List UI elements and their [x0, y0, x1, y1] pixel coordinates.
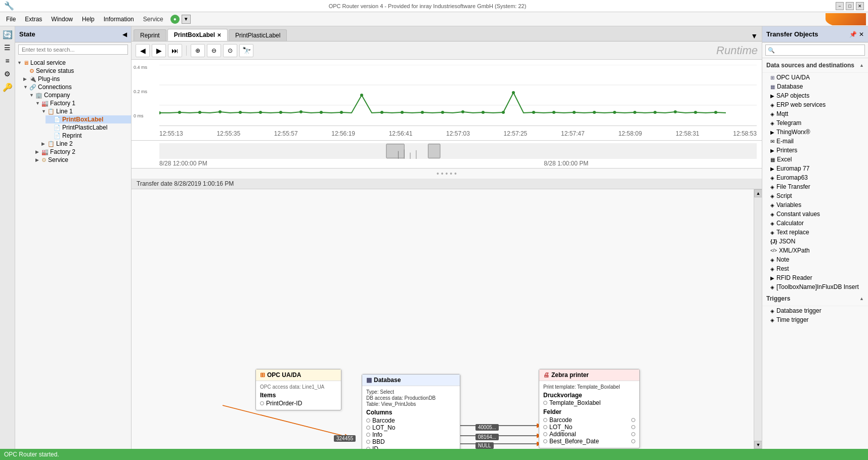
menu-window[interactable]: Window [47, 14, 77, 24]
tool-key[interactable]: 🔑 [2, 81, 14, 93]
diagram-area[interactable]: ⊞ OPC UA/DA OPC access data: Line1_UA It… [132, 189, 754, 449]
tree-service-status[interactable]: ⚙ Service status [21, 67, 131, 75]
rp-variables-item[interactable]: ◈ Variables [762, 200, 868, 210]
zoom-out-button[interactable]: ⊖ [207, 44, 221, 57]
zebra-node[interactable]: 🖨 Zebra printer Print template: Template… [539, 369, 640, 448]
right-panel-close-button[interactable]: ✕ [859, 31, 864, 38]
skip-button[interactable]: ⏭ [168, 44, 182, 57]
sidebar-collapse-button[interactable]: ◀ [122, 31, 127, 38]
close-button[interactable]: ✕ [856, 2, 864, 10]
rp-script-item[interactable]: ◈ Script [762, 191, 868, 200]
tree-printplasticlabel[interactable]: 📄 PrintPlasticLabel [46, 123, 131, 132]
window-controls[interactable]: − □ ✕ [836, 2, 864, 10]
rp-euromap63-item[interactable]: ◈ Euromap63 [762, 173, 868, 182]
rp-database-item[interactable]: ▦ Database [762, 82, 868, 91]
tree-factory2[interactable]: ▶ 🏭 Factory 2 [33, 148, 131, 156]
scroll-up-button[interactable]: ▲ [754, 189, 762, 197]
tree-company[interactable]: ▼ 🏢 Company [27, 91, 131, 99]
rp-filetransfer-icon: ◈ [770, 184, 774, 190]
rp-time-trigger-item[interactable]: ◈ Time trigger [762, 315, 868, 324]
search-diagram-button[interactable]: 🔭 [239, 44, 253, 57]
tab-printboxlabel[interactable]: PrintBoxLabel ✕ [167, 29, 228, 41]
forward-button[interactable]: ▶ [152, 44, 166, 57]
menu-extras[interactable]: Extras [21, 14, 46, 24]
tree-line2[interactable]: ▶ 📋 Line 2 [39, 140, 131, 148]
zebra-barcode-right-port [631, 418, 635, 422]
sidebar-search-input[interactable] [18, 45, 128, 55]
triggers-header[interactable]: Triggers ▲ [766, 294, 864, 304]
tree-factory1[interactable]: ▼ 🏭 Factory 1 [33, 99, 131, 107]
chart-canvas-area [159, 65, 757, 126]
rp-calculator-item[interactable]: ◈ Calculator [762, 219, 868, 228]
reprint-icon: 📄 [54, 133, 61, 139]
rp-excel-item[interactable]: ▦ Excel [762, 155, 868, 164]
zoom-in-button[interactable]: ⊕ [191, 44, 205, 57]
svg-point-24 [552, 111, 555, 114]
scroll-down-button[interactable]: ▼ [754, 441, 762, 449]
service-status-indicator: ● [170, 15, 180, 24]
svg-point-22 [512, 91, 515, 94]
tool-nav[interactable]: ☰ [2, 41, 14, 54]
service-dropdown[interactable]: ▼ [182, 15, 191, 24]
tab-reprint[interactable]: Reprint [134, 29, 166, 41]
tree-local-service[interactable]: ▼ 🖥 Local service [15, 59, 131, 67]
zebra-body: Print template: Template_Boxlabel Druckv… [539, 381, 639, 448]
database1-node[interactable]: ▦ Database Type: Select DB access data: … [362, 374, 460, 449]
rp-rfid-item[interactable]: ▶ RFID Reader [762, 273, 868, 282]
expand-dots[interactable]: • • • • • [132, 169, 762, 179]
right-panel-search-container: 🔍 [762, 43, 868, 58]
rp-xml-item[interactable]: </> XML/XPath [762, 246, 868, 255]
tool-list[interactable]: ≡ [2, 55, 14, 67]
rp-euromap77-item[interactable]: ▶ Euromap 77 [762, 164, 868, 173]
connections-expand: ▼ [23, 85, 28, 90]
triggers-items: ◈ Database trigger ◈ Time trigger [762, 306, 868, 324]
tab-dropdown-button[interactable]: ▼ [749, 31, 760, 41]
rp-printers-item[interactable]: ▶ Printers [762, 146, 868, 155]
opc-node[interactable]: ⊞ OPC UA/DA OPC access data: Line1_UA It… [255, 369, 341, 410]
rp-json-item[interactable]: {J} JSON [762, 237, 868, 246]
tree-connections[interactable]: ▼ 🔗 Connections [21, 83, 131, 91]
minimize-button[interactable]: − [836, 2, 844, 10]
right-panel-search-input[interactable] [775, 46, 862, 54]
tree-reprint[interactable]: 📄 Reprint [46, 132, 131, 140]
toolbar-divider [186, 46, 187, 56]
restore-button[interactable]: □ [846, 2, 854, 10]
rp-filetransfer-item[interactable]: ◈ File Transfer [762, 182, 868, 191]
rp-textreplace-item[interactable]: ◈ Text replace [762, 228, 868, 237]
tree-line1[interactable]: ▼ 📋 Line 1 [39, 107, 131, 115]
menu-help[interactable]: Help [78, 14, 99, 24]
rp-influx-item[interactable]: ◈ [ToolboxName]InFluxDB Insert [762, 282, 868, 291]
back-button[interactable]: ◀ [136, 44, 150, 57]
tool-refresh[interactable]: 🔄 [2, 28, 14, 40]
rp-rest-item[interactable]: ◈ Rest [762, 264, 868, 273]
chart-x-9: 12:58:09 [618, 130, 642, 137]
rp-mqtt-item[interactable]: ◈ Mqtt [762, 109, 868, 118]
tab-printplasticlabel[interactable]: PrintPlasticLabel [229, 29, 287, 41]
zoom-fit-button[interactable]: ⊙ [223, 44, 237, 57]
tree-service[interactable]: ▶ ⚙ Service [33, 156, 131, 164]
rp-telegram-item[interactable]: ◈ Telegram [762, 118, 868, 128]
tab-printboxlabel-close[interactable]: ✕ [217, 32, 221, 38]
rp-db-trigger-item[interactable]: ◈ Database trigger [762, 306, 868, 315]
rp-note-item[interactable]: ◈ Note [762, 255, 868, 264]
db1-id-port [366, 447, 370, 449]
tool-settings[interactable]: ⚙ [2, 68, 14, 80]
plugins-expand: ▶ [23, 76, 28, 81]
transfer-date-bar: Transfer date 8/28/2019 1:00:16 PM [132, 179, 762, 189]
svg-point-31 [694, 111, 697, 114]
tree-plugins[interactable]: ▶ 🔌 Plug-ins [21, 75, 131, 83]
data-sources-header[interactable]: Data sources and destinations ▲ [766, 60, 864, 70]
rp-email-item[interactable]: ✉ E-mail [762, 137, 868, 146]
tree-printboxlabel[interactable]: 📄 PrintBoxLabel [46, 115, 131, 123]
rp-opc-item[interactable]: ⊞ OPC UA/DA [762, 73, 868, 82]
rp-thingworx-item[interactable]: ▶ ThingWorx® [762, 128, 868, 137]
menu-information[interactable]: Information [100, 14, 138, 24]
menu-service[interactable]: Service [139, 14, 167, 24]
rp-sap-item[interactable]: ▶ SAP objects [762, 91, 868, 100]
db1-col-lot: LOT_No [366, 424, 456, 431]
rp-erp-item[interactable]: ◈ ERP web services [762, 100, 868, 109]
right-panel-pin-button[interactable]: 📌 [849, 31, 857, 38]
rp-calculator-icon: ◈ [770, 221, 774, 226]
rp-constant-item[interactable]: ◈ Constant values [762, 210, 868, 219]
menu-file[interactable]: File [2, 14, 20, 24]
